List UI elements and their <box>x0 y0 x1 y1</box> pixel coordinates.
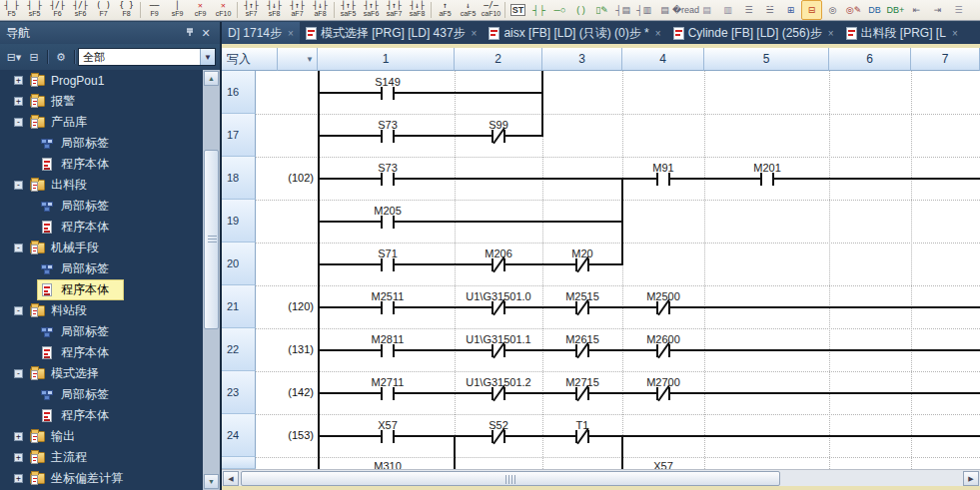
dbw-sync-icon[interactable]: DB+ <box>885 0 906 20</box>
device-label[interactable]: X57 <box>608 460 718 469</box>
tree-item-程序本体[interactable]: 程序本体 <box>0 342 203 363</box>
tab-close-icon[interactable]: × <box>952 28 958 39</box>
tree-item-局部标签[interactable]: 局部标签 <box>0 196 203 217</box>
toolbar-button-F7[interactable]: ( )F7 <box>92 0 115 20</box>
device-label[interactable]: M310 <box>333 460 443 469</box>
expand-icon[interactable]: + <box>14 97 23 106</box>
tree-filter-dropdown[interactable]: 全部 ▼ <box>78 48 216 66</box>
find-doc-icon[interactable]: ▤ <box>696 0 717 20</box>
toolbar-button-F9[interactable]: ──F9 <box>143 0 166 20</box>
expand-icon[interactable]: + <box>14 453 23 462</box>
tree-item-报警[interactable]: +报警 <box>0 91 203 112</box>
toolbar-button-F8[interactable]: { }F8 <box>115 0 138 20</box>
toolbar-button-F5[interactable]: ┤ ├F5 <box>0 0 23 20</box>
toolbar-button-aF7[interactable]: ┤↑├aF7 <box>286 0 309 20</box>
device-label[interactable]: S71 <box>333 247 443 259</box>
scroll-left-icon[interactable]: ◀ <box>223 471 239 486</box>
row-number-cell[interactable]: 19 <box>222 200 256 243</box>
tree-item-模式选择[interactable]: -模式选择 <box>0 363 203 384</box>
tree-wrap-icon[interactable]: ⊟ <box>801 0 822 20</box>
tab-close-icon[interactable]: × <box>828 28 834 39</box>
tree-item-主流程[interactable]: +主流程 <box>0 447 203 468</box>
tab-close-icon[interactable]: × <box>655 28 661 39</box>
toolbar-button-saF6[interactable]: ┤↑├saF6 <box>360 0 383 20</box>
hscrollbar-thumb[interactable] <box>241 471 780 486</box>
mode-indicator-cell[interactable]: 写入 <box>222 48 278 71</box>
device-label[interactable]: S99 <box>444 119 553 131</box>
device-label[interactable]: M2700 <box>608 376 718 388</box>
device-label[interactable]: S73 <box>333 162 443 174</box>
row-number-cell[interactable] <box>222 457 256 469</box>
row-number-cell[interactable]: 16 <box>222 71 256 114</box>
edit-coil-icon[interactable]: ( ) <box>570 0 591 20</box>
tree-item-机械手段[interactable]: -机械手段 <box>0 238 203 258</box>
note-edit-icon[interactable]: ┤▥ <box>633 0 654 20</box>
toolbar-button-sF5[interactable]: ┤ ├sF5 <box>23 0 46 20</box>
toolbar-button-caF5[interactable]: ↓caF5 <box>457 0 480 20</box>
tree-item-程序本体[interactable]: 程序本体 <box>0 405 203 426</box>
collapse-icon[interactable]: - <box>14 181 23 190</box>
tree-item-料站段[interactable]: -料站段 <box>0 300 203 321</box>
device-label[interactable]: S73 <box>333 119 443 131</box>
list-icon[interactable]: ☰ <box>948 0 969 20</box>
tree-filter-icon[interactable]: ⊟▾ <box>4 48 24 66</box>
toolbar-button-caF10[interactable]: ─/─caF10 <box>480 0 502 20</box>
doc-read-icon[interactable]: �read <box>675 0 696 20</box>
device-label[interactable]: M2600 <box>608 333 718 345</box>
toolbar-button-saF5[interactable]: ┤↑├saF5 <box>337 0 360 20</box>
document-tab-1[interactable]: D] 1714步× <box>222 22 300 44</box>
device-comment-icon[interactable]: ┤▤ <box>612 0 633 20</box>
dbw-find-icon[interactable]: DB <box>864 0 885 20</box>
device-label[interactable]: T1 <box>527 419 637 431</box>
tree-item-出料段[interactable]: -出料段 <box>0 175 203 196</box>
header-dropdown-cell[interactable]: ▼ <box>278 48 318 71</box>
tree-item-程序本体[interactable]: 程序本体 <box>0 217 203 238</box>
scroll-up-icon[interactable]: ▲ <box>204 71 219 86</box>
tree-item-ProgPou1[interactable]: +ProgPou1 <box>0 70 203 91</box>
collapse-icon[interactable]: - <box>14 244 23 252</box>
toolbar-button-cF10[interactable]: ✕cF10 <box>212 0 235 20</box>
document-tab-5[interactable]: 出料段 [PRG] [L× <box>840 22 964 44</box>
outdent-icon[interactable]: ⇤ <box>906 0 927 20</box>
tree-item-程序本体[interactable]: 程序本体 <box>0 279 203 300</box>
tree-item-局部标签[interactable]: 局部标签 <box>0 384 203 405</box>
indent-icon[interactable]: ⇥ <box>927 0 948 20</box>
toolbar-button-sF7[interactable]: ┤↑├sF7 <box>240 0 263 20</box>
toolbar-button-sF9[interactable]: │sF9 <box>166 0 189 20</box>
device-label[interactable]: M2711 <box>333 376 443 388</box>
device-replace-icon[interactable]: ◎✎ <box>843 0 864 20</box>
tree-scrollbar-thumb[interactable] <box>204 150 219 329</box>
tree-collapse-icon[interactable]: ⊟ <box>24 48 44 66</box>
row-number-cell[interactable]: 21 <box>222 285 256 328</box>
device-label[interactable]: M205 <box>333 205 443 217</box>
tree-item-局部标签[interactable]: 局部标签 <box>0 133 203 154</box>
tree-item-坐标偏差计算[interactable]: +坐标偏差计算 <box>0 468 203 489</box>
row-number-cell[interactable]: 17 <box>222 114 256 157</box>
document-tab-4[interactable]: Cylinde [FB] [LD] (256)步× <box>667 22 840 44</box>
device-label[interactable]: X57 <box>333 419 443 431</box>
expand-icon[interactable]: + <box>14 474 23 483</box>
tree-item-输出[interactable]: +输出 <box>0 426 203 447</box>
collapse-icon[interactable]: - <box>14 369 23 378</box>
scroll-right-icon[interactable]: ▶ <box>963 471 979 486</box>
device-label[interactable]: M91 <box>608 162 718 174</box>
collapse-icon[interactable]: - <box>14 118 23 127</box>
gear-icon[interactable]: ⚙ <box>51 48 71 66</box>
tree-item-局部标签[interactable]: 局部标签 <box>0 321 203 342</box>
pin-icon[interactable] <box>182 27 198 39</box>
expand-icon[interactable]: + <box>14 76 23 85</box>
row-number-cell[interactable]: 18 <box>222 157 256 200</box>
tree-item-局部标签[interactable]: 局部标签 <box>0 258 203 279</box>
chevron-down-icon[interactable]: ▼ <box>306 55 314 64</box>
find-doc2-icon[interactable]: ▥ <box>717 0 738 20</box>
chevron-down-icon[interactable]: ▼ <box>200 49 215 65</box>
row-number-cell[interactable]: 23 <box>222 371 256 414</box>
device-find-icon[interactable]: ◎ <box>822 0 843 20</box>
device-label[interactable]: M201 <box>712 162 822 174</box>
tree-item-产品库[interactable]: -产品库 <box>0 112 203 133</box>
expand-icon[interactable]: + <box>14 432 23 441</box>
row-number-cell[interactable]: 22 <box>222 328 256 371</box>
collapse-icon[interactable]: - <box>14 306 23 315</box>
device-label[interactable]: M2811 <box>333 333 443 345</box>
toolbar-button-cF9[interactable]: ✕cF9 <box>189 0 212 20</box>
